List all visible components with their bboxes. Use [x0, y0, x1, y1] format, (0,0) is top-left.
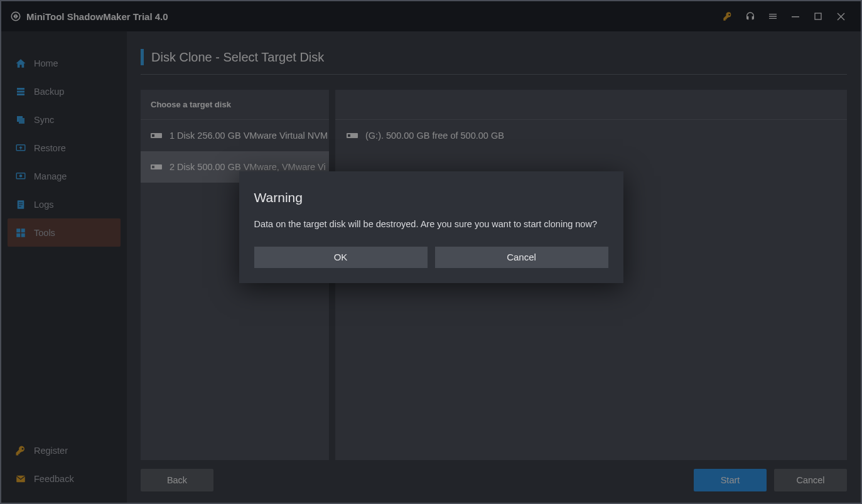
dialog-message: Data on the target disk will be destroye… [254, 219, 608, 229]
app-window: MiniTool ShadowMaker Trial 4.0 [0, 0, 862, 504]
dialog-cancel-button[interactable]: Cancel [435, 247, 608, 268]
modal-overlay: Warning Data on the target disk will be … [1, 1, 861, 503]
dialog-ok-button[interactable]: OK [254, 247, 428, 268]
dialog-title: Warning [254, 190, 608, 205]
warning-dialog: Warning Data on the target disk will be … [239, 171, 623, 283]
